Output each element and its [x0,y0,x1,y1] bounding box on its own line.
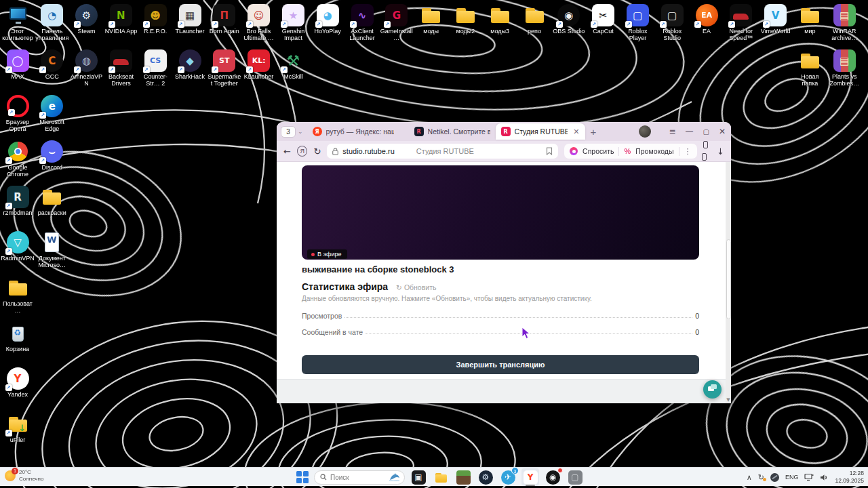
desktop-icon-mir-folder[interactable]: мир [793,4,827,35]
desktop-icon-mods3[interactable]: моды3 [483,4,517,35]
weather-widget[interactable]: 1 20°C Солнечно [5,469,43,483]
desktop-icon-recycle-bin[interactable]: ♻Корзина [1,322,35,352]
desktop-icon-users-folder[interactable]: Пользоват… [1,277,35,314]
downloads-icon[interactable]: ↓ [717,146,724,157]
desktop-icon-discord[interactable]: ⌣↗Discord [35,140,69,171]
taskbar-app-roblox-gray[interactable]: ▢ [566,468,584,486]
desktop-icon-counter-strike-2[interactable]: CS↗Counter-Str… 2 [138,49,172,87]
desktop-icon-radmin-vpn[interactable]: ▽↗RadminVPN [1,231,35,262]
scrollbar-thumb[interactable] [726,239,731,319]
desktop-icon-sharkhack[interactable]: ◆↗SharkHack [173,49,207,80]
desktop-icon-edge[interactable]: e↗Microsoft Edge [35,95,69,132]
desktop-icon-axclient-launcher[interactable]: ∿↗AxClient Launcher [345,4,379,41]
opera-icon: ↗ [7,95,29,117]
end-stream-button[interactable]: Завершить трансляцию [302,355,699,374]
refresh-button[interactable]: ↻Обновить [396,283,436,291]
tab-studio-rutube[interactable]: R Студия RUTUBE ✕ [496,123,585,140]
volume-icon[interactable] [820,474,829,481]
sync-icon[interactable]: ↻ [758,473,764,482]
desktop-icon-roblox-player[interactable]: ▢↗Roblox Player [620,4,654,41]
percent-icon: % [624,147,631,155]
desktop-icon-ea[interactable]: EA↗EA [690,4,724,35]
language-indicator[interactable]: ENG [785,474,799,481]
close-button[interactable]: ✕ [719,127,726,136]
maximize-button[interactable]: ▢ [703,128,709,136]
desktop-icon-capcut[interactable]: ✂↗CapCut [587,4,620,35]
desktop-icon-gameinstall[interactable]: G↗GameInstall… [380,4,414,41]
scrollbar-down-arrow-icon[interactable]: ▼ [726,397,731,403]
vpn-tray-icon[interactable] [770,473,779,482]
desktop-icon-genshin-impact[interactable]: ★↗Genshin Impact [276,4,310,41]
desktop-icon-label: Microsoft Edge [35,119,69,132]
desktop-icon-max[interactable]: ◯↗MAX [1,49,35,80]
yandex-services-button[interactable]: Я [297,146,308,157]
tab-yandex-search[interactable]: Я рутуб — Яндекс: нашлось [307,124,409,139]
taskbar-app-steam[interactable]: ⚙ [477,468,494,486]
start-button[interactable] [296,471,309,484]
desktop-icon-tlauncher[interactable]: ▦↗TLauncher [173,4,207,35]
taskbar-clock[interactable]: 12:28 12.09.2025 [835,470,864,485]
desktop-icon-control-panel[interactable]: ◔Панель управления [35,4,69,41]
desktop-icon-chrome[interactable]: ↗Google Chrome [1,140,35,178]
desktop-icon-nvidia-app[interactable]: N↗NVIDIA App [104,4,138,35]
back-button[interactable]: ← [283,146,291,157]
desktop-icon-need-for-speed[interactable]: ↗Need for Speed™ Mo… [724,4,758,43]
taskbar-app-file-explorer[interactable] [432,468,450,486]
tab-count-button[interactable]: 3 [281,126,296,138]
desktop-icon-bro-falls[interactable]: ☺↗Bro Falls Ultimate … [242,4,276,41]
desktop-icon-backseat-drivers[interactable]: ↗Backseat Drivers Demo [104,49,138,88]
network-icon[interactable] [804,473,814,481]
desktop-icon-mcskill[interactable]: ⚒↗McSkill [276,49,310,80]
taskbar-app-telegram[interactable]: ✈3 [499,468,517,486]
desktop-icon-klauncher[interactable]: KL:↗KLauncher [242,49,276,80]
reload-button[interactable]: ↻ [313,146,321,157]
promocodes-button[interactable]: Промокоды [635,147,673,155]
bookmark-icon[interactable] [546,147,553,155]
desktop-icon-supermarket-together[interactable]: ST↗Supermarket Together [208,49,241,87]
tab-netikel-video[interactable]: R Netikel. Смотрите видео [409,124,496,139]
minimize-button[interactable]: — [685,127,693,136]
desktop-icon-hoyoplay[interactable]: ◕↗HoYoPlay [311,4,344,35]
desktop-icon-repo-game[interactable]: ☻↗R.E.P.O. [138,4,172,35]
chevron-down-icon[interactable]: ⌄ [298,128,303,135]
desktop-icon-mods2[interactable]: моды2 [448,4,482,35]
desktop-icon-repo-folder[interactable]: репо [517,4,551,35]
new-tab-button[interactable]: + [591,126,597,138]
desktop-icon-raskraski-folder[interactable]: раскраски [35,186,69,216]
tab-close-icon[interactable]: ✕ [573,127,579,136]
browser-menu-icon[interactable]: ≡ [669,127,675,136]
profile-avatar[interactable] [639,125,651,138]
roblox-gray-icon: ▢ [568,470,583,485]
desktop-icon-word-doc[interactable]: WДокумент Microso… [35,231,69,268]
desktop-icon-plants-vs-zombies[interactable]: ▤Plants vs Zombies… [827,49,861,87]
desktop-icon-yandex[interactable]: Y↗Yandex [1,367,35,398]
desktop-icon-winrar-archive[interactable]: ▤WinRAR archive… [827,4,861,41]
taskbar-search[interactable]: Поиск [314,470,405,485]
taskbar-app-screen-recorder[interactable]: ▣ [410,468,427,486]
desktop-icon-obs-studio[interactable]: ◉↗OBS Studio [552,4,586,35]
desktop-icon-born-again[interactable]: П↗Born Again [208,4,241,35]
desktop-icon-new-folder[interactable]: Новая папка [793,49,827,87]
desktop-icon-mods[interactable]: моды [414,4,448,35]
desktop-icon-vimeworld[interactable]: V↗VimeWorld [759,4,793,35]
desktop-icon-roblox-studio[interactable]: ▢↗Roblox Studio [655,4,689,41]
desktop-icon-ufiler[interactable]: ↓↗uFiler [1,413,35,443]
desktop-icon-steam[interactable]: ⚙↗Steam [70,4,104,35]
live-badge-label: В эфире [317,251,342,258]
desktop-icon-opera[interactable]: ↗Браузер Opera [1,95,35,132]
support-chat-button[interactable] [703,380,722,399]
desktop-icon-r2modman[interactable]: R↗r2modman [1,186,35,216]
ask-button[interactable]: Спросить [583,147,614,155]
desktop-icon-gcc[interactable]: C↗GCC [35,49,69,80]
side-panel-icon[interactable] [703,139,711,163]
desktop-icon-this-pc[interactable]: Этот компьютер [1,4,35,41]
more-options-icon[interactable]: ⋮ [684,147,692,156]
address-bar[interactable]: studio.rutube.ru Студия RUTUBE [327,144,558,159]
stream-preview[interactable]: В эфире [302,165,699,260]
taskbar-app-obs-studio[interactable]: ◉ [544,468,561,486]
tray-chevron-up-icon[interactable]: ∧ [747,473,752,482]
taskbar-app-minecraft[interactable] [454,468,472,486]
desktop-icon-amnezia-vpn[interactable]: ◍↗AmneziaVPN [70,49,104,87]
desktop-icon-label: Discord [35,164,69,171]
taskbar-app-yandex-browser[interactable]: Y [521,468,539,486]
